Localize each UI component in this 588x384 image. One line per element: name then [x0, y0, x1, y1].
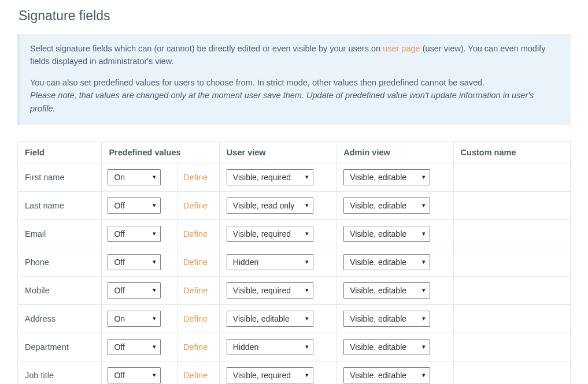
col-predefined: Predefined values — [102, 142, 219, 163]
field-name: First name — [18, 163, 102, 192]
admin-view-select[interactable]: Visible, editable — [343, 367, 430, 383]
define-link[interactable]: Define — [183, 258, 208, 267]
predefined-toggle[interactable]: On — [108, 311, 161, 327]
info-note: Please note, that values are changed onl… — [30, 91, 534, 113]
field-name: Phone — [18, 248, 102, 277]
info-text: Select signature fields which can (or ca… — [30, 44, 383, 53]
predefined-toggle[interactable]: Off — [108, 282, 161, 299]
col-user-view: User view — [219, 142, 336, 163]
signature-fields-table: Field Predefined values User view Admin … — [17, 141, 571, 384]
define-link[interactable]: Define — [183, 201, 208, 210]
admin-view-select[interactable]: Visible, editable — [343, 169, 430, 185]
admin-view-select[interactable]: Visible, editable — [343, 197, 430, 214]
table-row: Job titleOffDefineVisible, requiredVisib… — [18, 361, 571, 384]
predefined-toggle[interactable]: Off — [108, 197, 161, 214]
user-view-select[interactable]: Visible, required — [227, 282, 313, 299]
admin-view-select[interactable]: Visible, editable — [343, 226, 430, 242]
define-link[interactable]: Define — [183, 314, 208, 323]
field-name: Address — [18, 305, 102, 333]
user-view-select[interactable]: Visible, required — [227, 226, 313, 242]
user-page-link[interactable]: user page — [383, 44, 420, 53]
user-view-select[interactable]: Hidden — [227, 339, 313, 355]
field-name: Mobile — [18, 277, 102, 305]
define-link[interactable]: Define — [183, 286, 208, 295]
table-row: Last nameOffDefineVisible, read onlyVisi… — [18, 192, 571, 220]
page-title: Signature fields — [19, 8, 571, 24]
admin-view-select[interactable]: Visible, editable — [343, 311, 430, 327]
predefined-toggle[interactable]: Off — [108, 339, 161, 355]
field-name: Email — [18, 220, 102, 248]
info-box: Select signature fields which can (or ca… — [17, 34, 571, 125]
table-row: First nameOnDefineVisible, requiredVisib… — [18, 163, 571, 192]
predefined-toggle[interactable]: On — [108, 169, 161, 185]
define-link[interactable]: Define — [183, 342, 208, 352]
user-view-select[interactable]: Hidden — [227, 254, 313, 270]
predefined-toggle[interactable]: Off — [108, 226, 161, 242]
user-view-select[interactable]: Visible, read only — [227, 197, 313, 214]
table-row: PhoneOffDefineHiddenVisible, editable — [18, 248, 571, 277]
info-text: You can also set predefined values for u… — [30, 78, 485, 87]
define-link[interactable]: Define — [183, 371, 208, 380]
admin-view-select[interactable]: Visible, editable — [343, 254, 430, 270]
define-link[interactable]: Define — [183, 229, 208, 238]
table-row: EmailOffDefineVisible, requiredVisible, … — [18, 220, 571, 248]
predefined-toggle[interactable]: Off — [108, 254, 161, 270]
col-admin-view: Admin view — [336, 142, 453, 163]
admin-view-select[interactable]: Visible, editable — [343, 339, 430, 355]
predefined-toggle[interactable]: Off — [108, 367, 161, 383]
user-view-select[interactable]: Visible, editable — [227, 311, 313, 327]
table-row: DepartmentOffDefineHiddenVisible, editab… — [18, 333, 571, 361]
user-view-select[interactable]: Visible, required — [227, 367, 313, 383]
field-name: Job title — [18, 361, 102, 384]
field-name: Last name — [18, 192, 102, 220]
col-custom-name: Custom name — [453, 142, 570, 163]
field-name: Department — [18, 333, 102, 361]
col-field: Field — [18, 142, 102, 163]
user-view-select[interactable]: Visible, required — [227, 169, 313, 185]
table-row: AddressOnDefineVisible, editableVisible,… — [18, 305, 571, 333]
table-row: MobileOffDefineVisible, requiredVisible,… — [18, 277, 571, 305]
define-link[interactable]: Define — [183, 173, 208, 182]
admin-view-select[interactable]: Visible, editable — [343, 282, 430, 299]
